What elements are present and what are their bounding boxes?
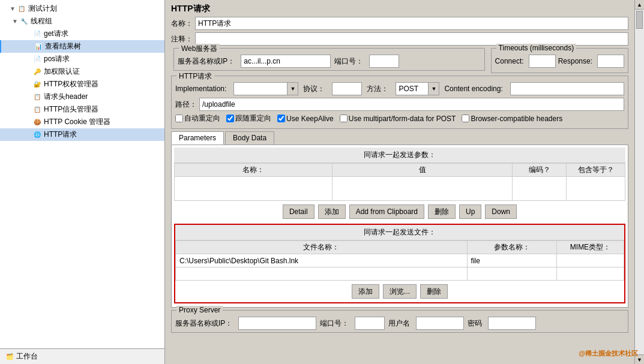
sidebar-item-http-header-mgr[interactable]: 📋 HTTP信头管理器: [0, 103, 164, 116]
tab-body-data[interactable]: Body Data: [225, 131, 274, 145]
impl-dropdown-btn[interactable]: ▼: [287, 82, 298, 95]
auto-redirect-checkbox[interactable]: [175, 115, 183, 122]
web-server-legend: Web服务器: [179, 44, 220, 54]
browser-headers-checkbox[interactable]: [462, 115, 469, 122]
tabs-container: Parameters Body Data 同请求一起发送参数： 名称：: [171, 131, 628, 308]
sidebar-item-thread-group[interactable]: ▼ 🔧 线程组: [0, 15, 164, 28]
files-table: 文件名称： 参数名称： MIME类型： C:\Users\Public\Desk…: [175, 240, 624, 281]
response-label: Response:: [558, 57, 592, 65]
param-value-cell[interactable]: [332, 177, 512, 201]
method-input[interactable]: [396, 82, 429, 95]
sidebar-item-http-cookie-mgr[interactable]: 🍪 HTTP Cookie 管理器: [0, 116, 164, 128]
file-mime-cell-empty[interactable]: [556, 267, 624, 281]
sidebar-item-label: HTTP权权管理器: [44, 79, 98, 89]
browse-button[interactable]: 浏览...: [383, 284, 417, 299]
scroll-down-btn[interactable]: ▼: [635, 354, 644, 364]
follow-redirect-label: 跟随重定向: [235, 113, 271, 124]
sidebar-item-pos-request[interactable]: 📄 pos请求: [0, 53, 164, 65]
protocol-input[interactable]: [332, 82, 362, 95]
param-encode-cell[interactable]: [513, 177, 567, 201]
params-btn-row: Detail 添加 Add from Clipboard 删除 Up Down: [174, 201, 625, 222]
workbench[interactable]: 🗂️ 工作台: [0, 348, 164, 364]
impl-row: Implementation: ▼ 协议： 方法： ▼: [175, 82, 624, 95]
proxy-port-label: 端口号：: [320, 318, 349, 329]
params-section: 同请求一起发送参数： 名称： 值 编码？ 包含等于？: [174, 148, 625, 222]
scroll-up-btn[interactable]: ▲: [635, 0, 644, 10]
server-name-input[interactable]: [241, 55, 331, 68]
sidebar-item-label: 测试计划: [28, 4, 57, 14]
sidebar-item-test-plan[interactable]: ▼ 📋 测试计划: [0, 2, 164, 15]
filename-col-header: 文件名称：: [176, 241, 468, 254]
detail-button[interactable]: Detail: [283, 204, 314, 219]
main-panel: HTTP请求 名称： 注释： Web服务器: [165, 0, 644, 364]
method-combo[interactable]: ▼: [396, 82, 439, 95]
port-input[interactable]: [369, 55, 399, 68]
method-label: 方法：: [367, 84, 388, 94]
multipart-checkbox[interactable]: [340, 115, 348, 122]
down-button[interactable]: Down: [485, 204, 517, 219]
multipart-check[interactable]: Use multipart/form-data for POST: [340, 115, 456, 123]
keepalive-check[interactable]: Use KeepAlive: [277, 115, 334, 123]
browser-headers-check[interactable]: Browser-compatible headers: [462, 115, 562, 123]
connect-input[interactable]: [529, 55, 556, 68]
proxy-username-input[interactable]: [416, 317, 464, 330]
protocol-combo[interactable]: [332, 82, 362, 95]
sidebar-item-label: 请求头header: [44, 92, 88, 102]
auto-redirect-check[interactable]: 自动重定向: [175, 113, 220, 124]
proxy-row: 服务器名称或IP： 端口号： 用户名 密码: [175, 317, 624, 330]
name-label: 名称：: [171, 19, 193, 29]
follow-redirect-checkbox[interactable]: [226, 115, 234, 122]
file-name-cell[interactable]: C:\Users\Public\Desktop\Git Bash.lnk: [176, 254, 468, 267]
cookie-icon: 🍪: [32, 118, 42, 127]
file-param-cell-empty[interactable]: [467, 267, 556, 281]
encode-col-header: 编码？: [513, 164, 567, 177]
impl-input[interactable]: [233, 82, 287, 95]
scrollbar-area[interactable]: ▲ ▼: [634, 0, 644, 364]
scroll-thumb[interactable]: [636, 11, 643, 29]
keepalive-checkbox[interactable]: [277, 115, 285, 122]
workbench-icon: 🗂️: [5, 352, 14, 362]
sidebar-item-request-header[interactable]: 📋 请求头header: [0, 91, 164, 103]
response-input[interactable]: [597, 55, 624, 68]
checkbox-row: 自动重定向 跟随重定向 Use KeepAlive Use multi: [175, 113, 624, 124]
file-row-empty: [176, 267, 624, 281]
delete-file-button[interactable]: 删除: [420, 284, 448, 299]
sidebar-item-results-tree[interactable]: 📊 查看结果树: [0, 40, 164, 53]
follow-redirect-check[interactable]: 跟随重定向: [226, 113, 271, 124]
sidebar-item-label: pos请求: [44, 54, 70, 64]
proxy-server-input[interactable]: [238, 317, 316, 330]
name-col-header: 名称：: [175, 164, 333, 177]
delete-param-button[interactable]: 删除: [428, 204, 456, 219]
thread-group-icon: 🔧: [19, 17, 29, 26]
http-icon: 🌐: [32, 130, 42, 140]
comment-label: 注释：: [171, 34, 193, 44]
proxy-port-input[interactable]: [355, 317, 385, 330]
add-file-button[interactable]: 添加: [352, 284, 379, 299]
file-name-cell-empty[interactable]: [176, 267, 468, 281]
name-input[interactable]: [195, 17, 628, 30]
scroll-track[interactable]: [635, 10, 644, 354]
auto-redirect-label: 自动重定向: [184, 113, 220, 124]
add-param-button[interactable]: 添加: [318, 204, 346, 219]
impl-combo[interactable]: ▼: [233, 82, 298, 95]
tab-parameters[interactable]: Parameters: [171, 131, 224, 145]
file-mime-cell[interactable]: [556, 254, 624, 267]
sidebar-item-http-request[interactable]: 🌐 HTTP请求: [0, 128, 164, 141]
sidebar-item-auth[interactable]: 🔑 加权限认证: [0, 65, 164, 78]
param-include-cell[interactable]: [567, 177, 625, 201]
proxy-password-input[interactable]: [488, 317, 536, 330]
file-param-cell[interactable]: file: [467, 254, 556, 267]
path-input[interactable]: [199, 98, 624, 111]
page-icon: 📄: [32, 55, 42, 64]
method-dropdown-btn[interactable]: ▼: [429, 82, 439, 95]
add-clipboard-button[interactable]: Add from Clipboard: [349, 204, 424, 219]
sidebar-item-get-request[interactable]: 📄 get请求: [0, 28, 164, 40]
param-name-cell[interactable]: [175, 177, 333, 201]
up-button[interactable]: Up: [459, 204, 481, 219]
encoding-input[interactable]: [510, 82, 624, 95]
server-name-label: 服务器名称或IP：: [178, 56, 235, 67]
sidebar-item-label: get请求: [44, 29, 68, 39]
scrollable-area[interactable]: 名称： 注释： Web服务器 服务器名称或IP： 端口号：: [165, 17, 634, 364]
sidebar-item-http-auth-mgr[interactable]: 🔐 HTTP权权管理器: [0, 78, 164, 91]
results-icon: 📊: [34, 42, 43, 52]
